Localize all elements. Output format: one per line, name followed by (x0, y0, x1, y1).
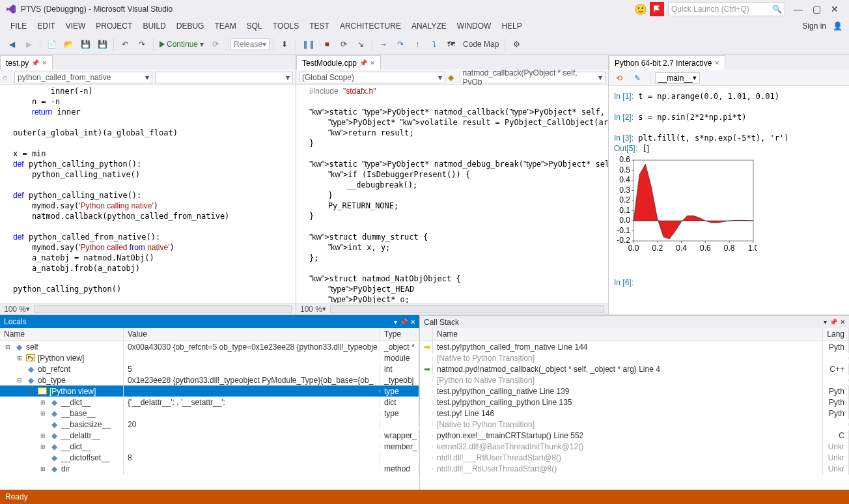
menu-view[interactable]: VIEW (62, 20, 90, 33)
callstack-row[interactable]: ntdll.dll!__RtlUserThreadStart@8()Unkr (420, 463, 849, 474)
menu-team[interactable]: TEAM (210, 20, 240, 33)
callstack-row[interactable]: test.py!python_calling_python Line 135Py… (420, 397, 849, 408)
account-icon[interactable]: 👤 (833, 21, 842, 31)
callstack-row[interactable]: ➡test.py!python_called_from_native Line … (420, 341, 849, 352)
stop-button[interactable]: ■ (319, 36, 335, 52)
locals-row[interactable]: ⊞Py[Python view]module (0, 352, 419, 363)
callstack-row[interactable]: [Native to Python Transition] (420, 419, 849, 430)
close-icon[interactable]: ✕ (42, 59, 47, 66)
zoom-level[interactable]: 100 % (300, 305, 322, 314)
expander-icon[interactable]: ⊞ (39, 410, 47, 417)
menu-project[interactable]: PROJECT (92, 20, 136, 33)
menu-analyze[interactable]: ANALYZE (408, 20, 451, 33)
locals-panel-header[interactable]: Locals ▾ 📌 ✕ (0, 315, 419, 328)
callstack-row[interactable]: [Native to Python Transition] (420, 352, 849, 363)
expander-icon[interactable]: ⊞ (39, 466, 47, 472)
pin-icon[interactable]: 📌 (359, 59, 367, 66)
menu-tools[interactable]: TOOLS (269, 20, 303, 33)
close-button[interactable]: ✕ (826, 4, 844, 14)
locals-row[interactable]: ⊞◆dirmethod (0, 463, 419, 474)
step-into-icon[interactable]: → (376, 36, 391, 52)
menu-help[interactable]: HELP (497, 20, 525, 33)
close-icon[interactable]: ✕ (410, 318, 415, 326)
continue-button[interactable]: Continue ▾ (157, 36, 206, 52)
restart-button[interactable]: ⟳ (336, 36, 352, 52)
signin-link[interactable]: Sign in (798, 20, 830, 33)
code-editor-middle[interactable]: #include "stdafx.h" "kw">static "type">P… (296, 85, 608, 303)
callstack-grid[interactable]: ➡test.py!python_called_from_native Line … (420, 341, 849, 490)
callstack-row[interactable]: test.py! Line 146Pyth (420, 408, 849, 419)
locals-col-value[interactable]: Value (124, 328, 380, 341)
pin-icon[interactable]: 📌 (31, 59, 39, 66)
locals-row[interactable]: ⊞◆__base__type (0, 408, 419, 419)
close-icon[interactable]: ✕ (840, 318, 845, 326)
callstack-row[interactable]: python.exe!__tmainCRTStartup() Line 552C (420, 430, 849, 441)
locals-row[interactable]: ◆__dictoffset__8 (0, 452, 419, 463)
code-editor-left[interactable]: inner(-n) n = -n return inner outer(a_gl… (0, 85, 296, 303)
quick-launch-input[interactable]: Quick Launch (Ctrl+Q) 🔍 (668, 2, 785, 16)
module-dropdown[interactable]: __main__ ▾ (655, 72, 700, 84)
menu-window[interactable]: WINDOW (453, 20, 495, 33)
locals-row[interactable]: ◆__basicsize__20 (0, 419, 419, 430)
locals-grid[interactable]: ⊟◆self0x00a43030 {ob_refcnt=5 ob_type=0x… (0, 341, 419, 490)
locals-row[interactable]: ⊞◆__dict__member_ (0, 441, 419, 452)
nav-forward-button[interactable]: ▶ (21, 36, 36, 52)
feedback-smiley-icon[interactable]: 🙂 (634, 3, 647, 16)
member-dropdown-left[interactable]: ▾ (155, 72, 293, 83)
callstack-col-lang[interactable]: Lang (823, 328, 849, 341)
pin-icon[interactable]: 📌 (829, 318, 837, 326)
codemap-button[interactable]: Code Map (460, 36, 501, 52)
save-icon[interactable]: 💾 (77, 36, 93, 52)
notification-flag-icon[interactable] (650, 2, 664, 16)
close-icon[interactable]: ✕ (714, 59, 719, 66)
maximize-button[interactable]: ▢ (807, 4, 826, 14)
callstack-row[interactable]: [Python to Native Transition] (420, 374, 849, 385)
interactive-window[interactable]: In [1]: t = np.arange(0.0, 1.01, 0.01) I… (609, 86, 849, 315)
callstack-row[interactable]: test.py!python_calling_native Line 139Py… (420, 385, 849, 397)
save-all-icon[interactable]: 💾 (94, 36, 110, 52)
expander-icon[interactable]: ⊟ (16, 377, 23, 384)
menu-test[interactable]: TEST (305, 20, 333, 33)
expander-icon[interactable]: ⊞ (39, 399, 47, 406)
callstack-row[interactable]: ntdll.dll!___RtlUserThreadStart@8()Unkr (420, 452, 849, 463)
threads-icon[interactable]: ⚙ (508, 36, 524, 52)
menu-edit[interactable]: EDIT (33, 20, 59, 33)
menu-file[interactable]: FILE (7, 20, 31, 33)
show-next-stmt-icon[interactable]: ↘ (353, 36, 369, 52)
locals-row[interactable]: ⊟◆ob_type0x1e23ee28 {python33.dll!_typeo… (0, 374, 419, 385)
step-over-arc-icon[interactable]: ↷ (393, 36, 408, 52)
dropdown-icon[interactable]: ▾ (824, 318, 827, 326)
redo-button[interactable]: ↷ (134, 36, 150, 52)
scope-dropdown-mid[interactable]: (Global Scope)▾ (299, 72, 445, 83)
codemap-icon[interactable]: 🗺 (443, 36, 459, 52)
locals-row[interactable]: ⊞◆__dict__{'__delattr__': , '__setattr__… (0, 397, 419, 408)
locals-row[interactable]: ⊞◆__delattr__wrapper_ (0, 430, 419, 441)
minimize-button[interactable]: — (789, 4, 807, 14)
expander-icon[interactable]: ⊞ (39, 443, 47, 450)
expander-icon[interactable]: ⊞ (39, 432, 47, 439)
expander-icon[interactable]: ⊞ (16, 355, 23, 361)
callstack-row[interactable]: ➡natmod.pyd!natmod_callback(_object * se… (420, 363, 849, 374)
pin-icon[interactable]: 📌 (400, 318, 408, 326)
expander-icon[interactable]: ⊟ (27, 388, 35, 395)
close-icon[interactable]: ✕ (370, 59, 375, 66)
step-out-icon[interactable]: ↑ (410, 36, 425, 52)
member-dropdown-mid[interactable]: natmod_callback(PyObject * self, PyOb▾ (460, 72, 606, 83)
clear-icon[interactable]: ✎ (630, 70, 645, 86)
menu-debug[interactable]: DEBUG (173, 20, 208, 33)
step-icon[interactable]: ⬇ (277, 36, 292, 52)
pause-button[interactable]: ❚❚ (299, 36, 318, 52)
horizontal-scrollbar[interactable] (34, 305, 292, 313)
menu-build[interactable]: BUILD (139, 20, 169, 33)
step-over-icon[interactable]: ⤵ (426, 36, 442, 52)
tab-test-py[interactable]: test.py 📌 ✕ (0, 55, 53, 70)
nav-back-button[interactable]: ◀ (4, 36, 20, 52)
tab-testmodule-cpp[interactable]: TestModule.cpp 📌 ✕ (296, 55, 381, 70)
open-file-icon[interactable]: 📂 (61, 36, 76, 52)
callstack-col-name[interactable]: Name (433, 328, 823, 341)
locals-row[interactable]: ⊟Py[Python view]type (0, 385, 419, 397)
locals-row[interactable]: ◆ob_refcnt5int (0, 363, 419, 374)
config-dropdown[interactable]: Release ▾ (230, 38, 270, 50)
tab-interactive[interactable]: Python 64-bit 2.7 Interactive ✕ (609, 55, 725, 70)
scope-dropdown-left[interactable]: python_called_from_native▾ (14, 72, 152, 83)
